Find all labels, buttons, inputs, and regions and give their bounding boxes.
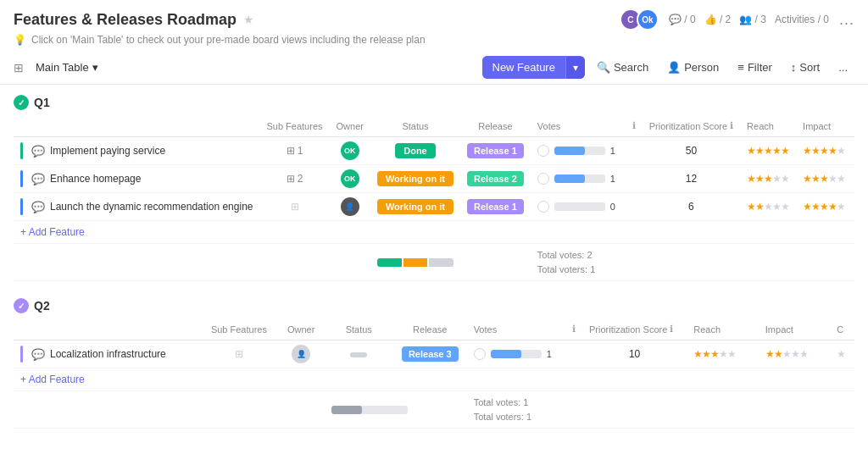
table-row: 💬 Enhance homepage ⊞ 2 OK Working on it: [14, 165, 854, 193]
release-cell[interactable]: Release 1: [460, 137, 531, 165]
reach-stars: ★★★★★: [747, 173, 789, 185]
sub-features-cell: ⊞: [259, 193, 329, 221]
title-area: Features & Releases Roadmap ★: [14, 11, 254, 29]
hint-text: Click on 'Main Table' to check out your …: [31, 34, 426, 46]
votes-bar-fill: [554, 174, 585, 183]
th-name: [14, 318, 200, 340]
th-owner: Owner: [278, 318, 325, 340]
hint-icon: 💡: [14, 34, 26, 46]
row-name-cell: 💬 Launch the dynamic recommendation engi…: [14, 193, 259, 221]
release-cell[interactable]: Release 1: [460, 193, 531, 221]
top-stats: 💬 / 0 👍 / 2 👥 / 3 Activities / 0: [669, 14, 829, 25]
th-c: C: [852, 115, 854, 137]
vote-circle[interactable]: [537, 173, 549, 185]
row-accent: [20, 198, 23, 215]
priority-score: 6: [688, 201, 694, 213]
release-cell[interactable]: Release 3: [393, 340, 467, 368]
new-feature-button[interactable]: New Feature ▾: [482, 56, 585, 79]
vote-circle[interactable]: [537, 201, 549, 213]
filter-label: Filter: [748, 61, 772, 74]
votes-cell: 1: [467, 340, 565, 368]
total-votes-q2: Total votes: 1: [474, 396, 576, 410]
impact-stars: ★★★★★: [765, 348, 808, 360]
progress-row-q2: Total votes: 1 Total voters: 1: [14, 391, 854, 429]
group-q2-label: Q2: [34, 299, 50, 313]
avatar-2[interactable]: Ok: [637, 8, 659, 30]
sub-features-count: ⊞ 1: [287, 145, 303, 157]
person-label: Person: [684, 61, 719, 74]
release-cell[interactable]: Release 2: [460, 165, 531, 193]
vote-circle[interactable]: [474, 348, 486, 360]
new-feature-dropdown[interactable]: ▾: [565, 57, 585, 79]
page-title: Features & Releases Roadmap: [14, 11, 236, 29]
star-icon[interactable]: ★: [243, 13, 254, 26]
add-feature-row[interactable]: + Add Feature: [14, 221, 854, 244]
group-q2-circle[interactable]: ✓: [14, 298, 29, 313]
content: ✓ Q1 Sub Features Owner Status Release V…: [0, 85, 868, 456]
q2-progress-fill: [331, 406, 362, 414]
th-reach: Reach: [740, 115, 796, 137]
reach-cell: ★★★★★: [740, 137, 796, 165]
progress-spacer: [14, 244, 370, 281]
status-badge: Working on it: [377, 171, 453, 186]
status-cell[interactable]: Working on it: [370, 165, 460, 193]
th-name: [14, 115, 259, 137]
th-impact: Impact: [759, 318, 831, 340]
totals-spacer: [643, 244, 854, 281]
th-priority: Prioritization Score ℹ: [582, 318, 687, 340]
mini-progress-bar: [377, 258, 453, 267]
priority-score-cell: 10: [582, 340, 687, 368]
reach-stars: ★★★★★: [747, 201, 789, 213]
sub-features-cell: ⊞ 1: [259, 137, 329, 165]
group-q1-circle[interactable]: ✓: [14, 95, 29, 110]
impact-cell: ★★★★★: [796, 165, 852, 193]
main-table-button[interactable]: Main Table ▾: [29, 58, 105, 77]
stat-users[interactable]: 👥 / 3: [739, 14, 766, 25]
stat-likes[interactable]: 👍 / 2: [704, 14, 732, 25]
th-status: Status: [325, 318, 393, 340]
status-cell[interactable]: Working on it: [370, 193, 460, 221]
sort-label: Sort: [799, 61, 820, 74]
vote-circle[interactable]: [537, 145, 549, 157]
row-accent: [20, 346, 23, 363]
stat-comments[interactable]: 💬 / 0: [669, 14, 696, 25]
status-cell[interactable]: Done: [370, 137, 460, 165]
filter-button[interactable]: ≡ Filter: [731, 57, 778, 78]
owner-avatar: OK: [341, 169, 359, 188]
status-badge: Working on it: [377, 199, 453, 214]
group-q2: ✓ Q2 Sub Features Owner Status Release V…: [14, 298, 854, 429]
add-feature-label[interactable]: + Add Feature: [14, 221, 854, 244]
sort-button[interactable]: ↕ Sort: [784, 57, 826, 78]
owner-cell: 👤: [330, 193, 370, 221]
priority-score: 10: [629, 348, 640, 360]
comment-icon[interactable]: 💬: [31, 348, 45, 361]
search-button[interactable]: 🔍 Search: [590, 57, 655, 78]
owner-avatar: 👤: [341, 197, 359, 216]
sub-features-count: ⊞: [235, 348, 243, 360]
row-accent: [20, 142, 23, 159]
feature-name: Launch the dynamic recommendation engine: [50, 201, 253, 213]
total-voters-q2: Total voters: 1: [474, 410, 576, 424]
owner-cell: 👤: [278, 340, 325, 368]
toolbar-more-button[interactable]: ...: [832, 57, 854, 78]
comment-icon[interactable]: 💬: [31, 173, 45, 185]
progress-spacer: [14, 391, 325, 429]
th-info: ℹ: [565, 318, 582, 340]
owner-avatar: 👤: [292, 345, 310, 363]
comment-icon[interactable]: 💬: [31, 201, 45, 213]
add-feature-label[interactable]: + Add Feature: [14, 368, 854, 391]
comment-icon[interactable]: 💬: [31, 145, 45, 158]
header-more-button[interactable]: ...: [839, 11, 854, 29]
info-cell: [626, 137, 643, 165]
person-button[interactable]: 👤 Person: [660, 57, 726, 78]
status-cell[interactable]: [325, 340, 393, 368]
totals-spacer-q2: [582, 391, 854, 429]
stat-activities[interactable]: Activities / 0: [775, 14, 829, 25]
add-feature-row-q2[interactable]: + Add Feature: [14, 368, 854, 391]
feature-name: Enhance homepage: [50, 173, 141, 185]
th-status: Status: [370, 115, 460, 137]
new-feature-main[interactable]: New Feature: [482, 56, 565, 79]
priority-score-cell: 50: [643, 137, 740, 165]
info-cell: [565, 340, 582, 368]
c-cell: ★: [852, 193, 854, 221]
